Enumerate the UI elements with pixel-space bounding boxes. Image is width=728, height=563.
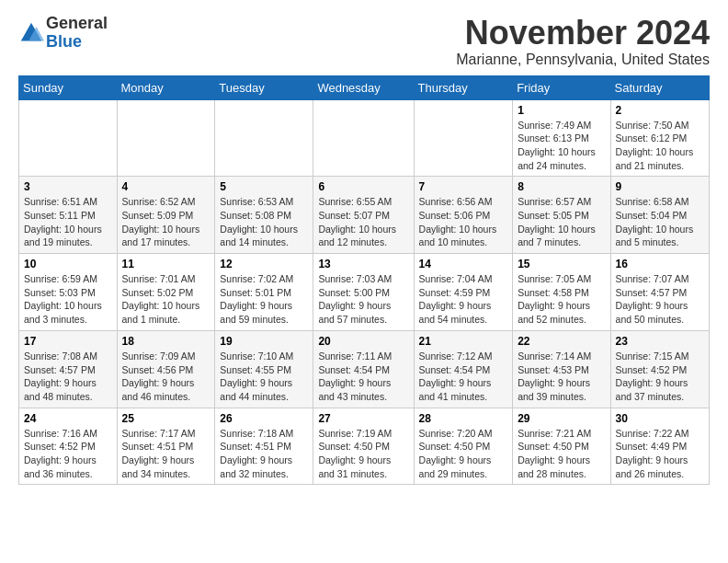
day-info: Sunrise: 7:18 AM Sunset: 4:51 PM Dayligh… (220, 427, 308, 481)
day-info: Sunrise: 6:59 AM Sunset: 5:03 PM Dayligh… (24, 272, 112, 327)
day-info: Sunrise: 7:10 AM Sunset: 4:55 PM Dayligh… (220, 350, 308, 404)
logo-blue: Blue (46, 33, 108, 52)
day-number: 10 (24, 258, 112, 270)
day-info: Sunrise: 7:12 AM Sunset: 4:54 PM Dayligh… (419, 350, 508, 404)
day-info: Sunrise: 7:02 AM Sunset: 5:01 PM Dayligh… (220, 272, 308, 327)
day-number: 30 (616, 412, 704, 425)
day-info: Sunrise: 6:56 AM Sunset: 5:06 PM Dayligh… (419, 195, 508, 249)
day-info: Sunrise: 6:51 AM Sunset: 5:11 PM Dayligh… (24, 195, 112, 249)
calendar-cell: 13Sunrise: 7:03 AM Sunset: 5:00 PM Dayli… (313, 254, 414, 331)
day-number: 2 (616, 104, 704, 117)
calendar-header-sunday: Sunday (19, 75, 118, 99)
calendar-cell: 12Sunrise: 7:02 AM Sunset: 5:01 PM Dayli… (215, 254, 313, 331)
calendar-cell: 23Sunrise: 7:15 AM Sunset: 4:52 PM Dayli… (610, 330, 709, 408)
calendar-cell: 18Sunrise: 7:09 AM Sunset: 4:56 PM Dayli… (117, 330, 215, 408)
day-number: 25 (122, 412, 210, 425)
calendar-cell: 6Sunrise: 6:55 AM Sunset: 5:07 PM Daylig… (313, 177, 414, 254)
day-number: 23 (616, 335, 704, 348)
calendar-cell: 20Sunrise: 7:11 AM Sunset: 4:54 PM Dayli… (313, 330, 414, 408)
calendar-cell: 15Sunrise: 7:05 AM Sunset: 4:58 PM Dayli… (513, 254, 610, 331)
calendar-cell: 26Sunrise: 7:18 AM Sunset: 4:51 PM Dayli… (215, 408, 313, 485)
day-number: 21 (419, 335, 508, 348)
day-number: 18 (122, 335, 210, 348)
calendar-cell: 30Sunrise: 7:22 AM Sunset: 4:49 PM Dayli… (610, 408, 709, 485)
calendar-cell (215, 99, 313, 177)
day-number: 9 (616, 180, 704, 193)
calendar-cell: 27Sunrise: 7:19 AM Sunset: 4:50 PM Dayli… (313, 408, 414, 485)
calendar-cell (313, 99, 414, 177)
day-info: Sunrise: 7:08 AM Sunset: 4:57 PM Dayligh… (24, 350, 112, 404)
calendar-cell: 17Sunrise: 7:08 AM Sunset: 4:57 PM Dayli… (19, 330, 118, 408)
day-info: Sunrise: 7:21 AM Sunset: 4:50 PM Dayligh… (518, 427, 605, 481)
calendar-week-4: 17Sunrise: 7:08 AM Sunset: 4:57 PM Dayli… (19, 330, 710, 408)
calendar-header-thursday: Thursday (414, 75, 513, 99)
day-number: 7 (419, 180, 508, 193)
day-number: 17 (24, 335, 112, 348)
calendar-cell: 3Sunrise: 6:51 AM Sunset: 5:11 PM Daylig… (19, 177, 118, 254)
day-info: Sunrise: 7:19 AM Sunset: 4:50 PM Dayligh… (318, 427, 408, 481)
calendar-cell: 9Sunrise: 6:58 AM Sunset: 5:04 PM Daylig… (610, 177, 709, 254)
calendar-cell: 8Sunrise: 6:57 AM Sunset: 5:05 PM Daylig… (513, 177, 610, 254)
calendar-week-1: 1Sunrise: 7:49 AM Sunset: 6:13 PM Daylig… (19, 99, 710, 177)
logo: General Blue (18, 15, 108, 52)
day-number: 3 (24, 180, 112, 193)
page: General Blue November 2024 Marianne, Pen… (0, 0, 728, 494)
calendar-cell (117, 99, 215, 177)
calendar-header-wednesday: Wednesday (313, 75, 414, 99)
day-info: Sunrise: 7:49 AM Sunset: 6:13 PM Dayligh… (518, 119, 605, 173)
day-info: Sunrise: 7:20 AM Sunset: 4:50 PM Dayligh… (419, 427, 508, 481)
day-number: 11 (122, 258, 210, 270)
calendar-header-tuesday: Tuesday (215, 75, 313, 99)
day-number: 29 (518, 412, 605, 425)
day-number: 26 (220, 412, 308, 425)
calendar-cell: 11Sunrise: 7:01 AM Sunset: 5:02 PM Dayli… (117, 254, 215, 331)
day-info: Sunrise: 7:04 AM Sunset: 4:59 PM Dayligh… (419, 272, 508, 327)
day-number: 12 (220, 258, 308, 270)
day-info: Sunrise: 7:01 AM Sunset: 5:02 PM Dayligh… (122, 272, 210, 327)
calendar-week-3: 10Sunrise: 6:59 AM Sunset: 5:03 PM Dayli… (19, 254, 710, 331)
day-number: 19 (220, 335, 308, 348)
day-info: Sunrise: 7:14 AM Sunset: 4:53 PM Dayligh… (518, 350, 605, 404)
calendar-cell: 16Sunrise: 7:07 AM Sunset: 4:57 PM Dayli… (610, 254, 709, 331)
day-info: Sunrise: 6:57 AM Sunset: 5:05 PM Dayligh… (518, 195, 605, 249)
calendar-header-row: SundayMondayTuesdayWednesdayThursdayFrid… (19, 75, 710, 99)
calendar-cell: 4Sunrise: 6:52 AM Sunset: 5:09 PM Daylig… (117, 177, 215, 254)
calendar-cell: 14Sunrise: 7:04 AM Sunset: 4:59 PM Dayli… (414, 254, 513, 331)
calendar-cell (414, 99, 513, 177)
day-number: 14 (419, 258, 508, 270)
day-number: 6 (318, 180, 408, 193)
calendar-cell: 10Sunrise: 6:59 AM Sunset: 5:03 PM Dayli… (19, 254, 118, 331)
header: General Blue November 2024 Marianne, Pen… (18, 15, 710, 68)
day-info: Sunrise: 7:11 AM Sunset: 4:54 PM Dayligh… (318, 350, 408, 404)
day-number: 28 (419, 412, 508, 425)
month-title: November 2024 (456, 15, 710, 52)
calendar-cell: 24Sunrise: 7:16 AM Sunset: 4:52 PM Dayli… (19, 408, 118, 485)
calendar-cell: 21Sunrise: 7:12 AM Sunset: 4:54 PM Dayli… (414, 330, 513, 408)
calendar-week-2: 3Sunrise: 6:51 AM Sunset: 5:11 PM Daylig… (19, 177, 710, 254)
day-number: 4 (122, 180, 210, 193)
calendar-cell: 1Sunrise: 7:49 AM Sunset: 6:13 PM Daylig… (513, 99, 610, 177)
calendar-cell: 19Sunrise: 7:10 AM Sunset: 4:55 PM Dayli… (215, 330, 313, 408)
calendar-week-5: 24Sunrise: 7:16 AM Sunset: 4:52 PM Dayli… (19, 408, 710, 485)
day-number: 1 (518, 104, 605, 117)
day-info: Sunrise: 7:05 AM Sunset: 4:58 PM Dayligh… (518, 272, 605, 327)
day-info: Sunrise: 7:16 AM Sunset: 4:52 PM Dayligh… (24, 427, 112, 481)
calendar-header-saturday: Saturday (610, 75, 709, 99)
day-info: Sunrise: 7:03 AM Sunset: 5:00 PM Dayligh… (318, 272, 408, 327)
day-info: Sunrise: 6:55 AM Sunset: 5:07 PM Dayligh… (318, 195, 408, 249)
calendar-cell: 22Sunrise: 7:14 AM Sunset: 4:53 PM Dayli… (513, 330, 610, 408)
day-info: Sunrise: 7:17 AM Sunset: 4:51 PM Dayligh… (122, 427, 210, 481)
day-info: Sunrise: 6:52 AM Sunset: 5:09 PM Dayligh… (122, 195, 210, 249)
logo-general: General (46, 15, 108, 33)
day-number: 20 (318, 335, 408, 348)
location: Marianne, Pennsylvania, United States (456, 52, 710, 68)
calendar-header-friday: Friday (513, 75, 610, 99)
day-info: Sunrise: 7:50 AM Sunset: 6:12 PM Dayligh… (616, 119, 704, 173)
day-info: Sunrise: 6:53 AM Sunset: 5:08 PM Dayligh… (220, 195, 308, 249)
day-number: 8 (518, 180, 605, 193)
calendar-cell: 5Sunrise: 6:53 AM Sunset: 5:08 PM Daylig… (215, 177, 313, 254)
day-number: 15 (518, 258, 605, 270)
day-info: Sunrise: 7:22 AM Sunset: 4:49 PM Dayligh… (616, 427, 704, 481)
day-number: 24 (24, 412, 112, 425)
logo-icon (18, 20, 44, 46)
